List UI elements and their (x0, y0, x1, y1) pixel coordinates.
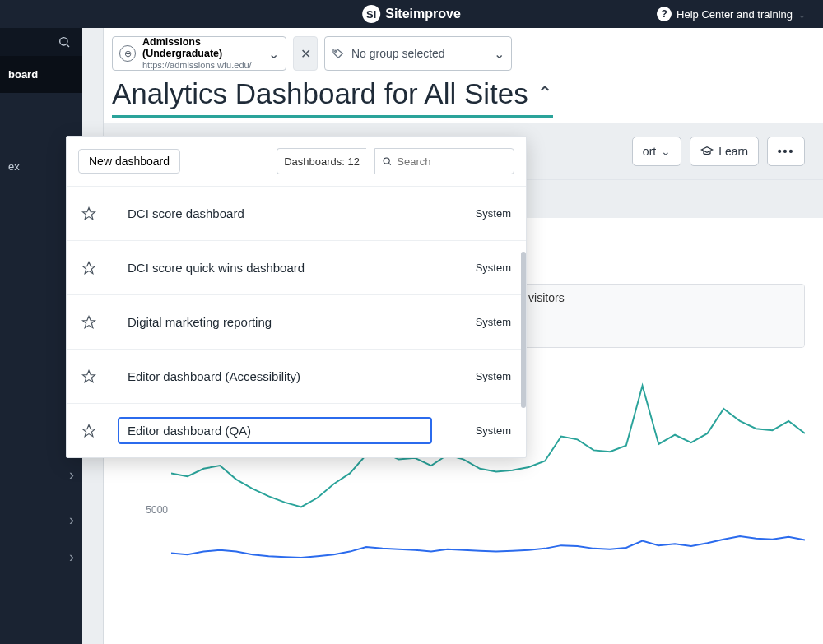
star-icon[interactable] (81, 261, 96, 276)
dashboard-list-item[interactable]: Digital marketing reportingSystem (67, 294, 526, 349)
tag-icon (332, 47, 345, 60)
svg-marker-11 (83, 424, 95, 436)
sidebar-item[interactable] (0, 539, 82, 576)
chevron-right-icon (69, 512, 74, 529)
svg-point-5 (384, 158, 389, 164)
learn-button[interactable]: Learn (690, 137, 759, 166)
sidebar-search[interactable] (0, 28, 82, 56)
star-icon[interactable] (81, 206, 96, 221)
svg-marker-10 (83, 370, 95, 382)
svg-point-0 (60, 38, 67, 45)
globe-icon: ⊕ (119, 45, 136, 62)
svg-line-1 (67, 44, 69, 47)
dashboard-search[interactable] (374, 148, 514, 174)
more-icon: ••• (778, 145, 795, 158)
star-icon[interactable] (81, 424, 96, 438)
dashboard-list-item[interactable]: DCI score quick wins dashboardSystem (67, 240, 526, 294)
dashboard-item-tag: System (453, 424, 511, 437)
site-url: https://admissions.wfu.edu/ (142, 60, 262, 70)
svg-point-2 (335, 50, 337, 52)
dashboard-list-item[interactable]: Editor dashboard (QA)System (67, 403, 526, 457)
chevron-down-icon: ⌄ (797, 8, 807, 21)
svg-marker-8 (83, 262, 95, 273)
learn-label: Learn (718, 145, 748, 158)
chevron-right-icon (69, 466, 74, 484)
dashboard-item-name[interactable]: DCI score dashboard (119, 202, 430, 225)
svg-line-6 (389, 163, 391, 164)
chevron-down-icon: ⌄ (268, 46, 279, 62)
export-label: ort (643, 145, 656, 158)
svg-marker-9 (83, 316, 95, 327)
sidebar-item-label: ex (8, 160, 20, 173)
sidebar-item[interactable] (0, 502, 82, 539)
search-icon (58, 35, 71, 49)
y-tick: 5000 (146, 504, 168, 516)
site-title: Admissions (Undergraduate) (142, 37, 262, 60)
page-title-dropdown[interactable]: Analytics Dashboard for All Sites ⌃ (112, 77, 553, 118)
dashboard-item-name[interactable]: Editor dashboard (QA) (119, 419, 430, 442)
more-button[interactable]: ••• (767, 137, 805, 166)
star-icon[interactable] (81, 315, 96, 330)
dashboard-item-name[interactable]: Editor dashboard (Accessibility) (119, 364, 430, 388)
dashboard-search-input[interactable] (397, 155, 507, 168)
chevron-down-icon: ⌄ (494, 46, 504, 62)
new-dashboard-button[interactable]: New dashboard (78, 149, 180, 174)
dashboard-item-tag: System (453, 316, 511, 328)
page-title-text: Analytics Dashboard for All Sites (112, 77, 528, 110)
dashboard-list-item[interactable]: DCI score dashboardSystem (67, 186, 526, 240)
dashboard-item-tag: System (453, 207, 511, 220)
sidebar-item-label: board (8, 68, 38, 81)
help-icon: ? (657, 7, 672, 21)
export-button[interactable]: ort ⌄ (632, 137, 681, 166)
dashboard-item-tag: System (453, 262, 511, 274)
clear-site-button[interactable]: ✕ (293, 36, 318, 71)
help-center-button[interactable]: ? Help Center and training ⌄ (657, 7, 807, 21)
brand-badge: Si (362, 5, 380, 23)
dashboard-count: Dashboards: 12 (277, 148, 366, 174)
star-icon[interactable] (81, 369, 96, 384)
search-icon (382, 155, 392, 167)
sidebar-item-dashboard[interactable]: board (0, 56, 82, 93)
dashboard-item-tag: System (453, 370, 511, 382)
dashboard-item-name[interactable]: Digital marketing reporting (119, 310, 430, 334)
site-selector[interactable]: ⊕ Admissions (Undergraduate) https://adm… (112, 36, 286, 71)
dashboard-item-name[interactable]: DCI score quick wins dashboard (119, 256, 430, 280)
group-selector[interactable]: No group selected ⌄ (324, 36, 512, 71)
graduation-icon (700, 145, 714, 158)
close-icon: ✕ (300, 46, 311, 62)
group-label: No group selected (351, 47, 487, 60)
brand-name: Siteimprove (385, 7, 461, 21)
dashboard-dropdown-panel: New dashboard Dashboards: 12 DCI score d… (66, 136, 527, 458)
chevron-right-icon (69, 549, 74, 566)
sidebar-item[interactable] (0, 456, 82, 493)
dashboard-list-item[interactable]: Editor dashboard (Accessibility)System (67, 349, 526, 403)
chevron-down-icon: ⌄ (661, 145, 671, 158)
scrollbar[interactable] (521, 252, 526, 408)
topbar: Si Siteimprove ? Help Center and trainin… (0, 0, 823, 28)
help-label: Help Center and training (677, 8, 793, 21)
svg-marker-7 (83, 207, 95, 219)
chevron-up-icon: ⌃ (537, 82, 553, 105)
